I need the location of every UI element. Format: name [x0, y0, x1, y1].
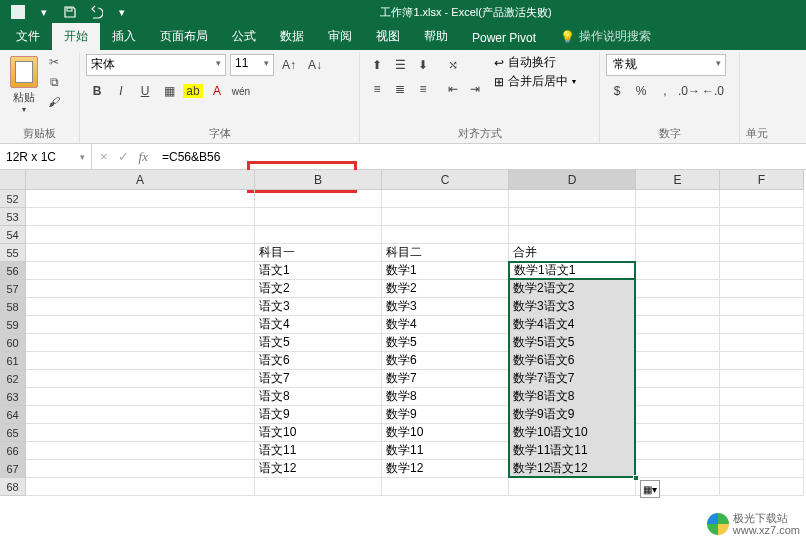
- cell[interactable]: [636, 280, 720, 298]
- tab-insert[interactable]: 插入: [100, 23, 148, 50]
- align-top-icon[interactable]: ⬆: [366, 54, 388, 76]
- cell[interactable]: [382, 208, 509, 226]
- cell[interactable]: 科目一: [255, 244, 382, 262]
- copy-icon[interactable]: ⧉: [46, 74, 62, 90]
- decrease-font-icon[interactable]: A↓: [304, 54, 326, 76]
- cell[interactable]: 数学3: [382, 298, 509, 316]
- cell[interactable]: 语文5: [255, 334, 382, 352]
- enter-formula-icon[interactable]: ✓: [118, 149, 129, 164]
- cell[interactable]: 数学1: [382, 262, 509, 280]
- cell[interactable]: [26, 370, 255, 388]
- cell[interactable]: 合并: [509, 244, 636, 262]
- cell[interactable]: [720, 352, 804, 370]
- cell[interactable]: [720, 388, 804, 406]
- cell[interactable]: [720, 442, 804, 460]
- cell[interactable]: [720, 478, 804, 496]
- cell[interactable]: [720, 460, 804, 478]
- row-header-56[interactable]: 56: [0, 262, 26, 280]
- autofill-options-button[interactable]: ▦▾: [640, 480, 660, 498]
- cell[interactable]: [720, 262, 804, 280]
- cell[interactable]: 数学4: [382, 316, 509, 334]
- row-header-59[interactable]: 59: [0, 316, 26, 334]
- cell[interactable]: [26, 478, 255, 496]
- cell[interactable]: [26, 460, 255, 478]
- name-box[interactable]: 12R x 1C: [0, 144, 92, 169]
- row-header-65[interactable]: 65: [0, 424, 26, 442]
- tab-page-layout[interactable]: 页面布局: [148, 23, 220, 50]
- cell[interactable]: [720, 424, 804, 442]
- cell[interactable]: [636, 370, 720, 388]
- row-header-52[interactable]: 52: [0, 190, 26, 208]
- cell[interactable]: 数学12语文12: [509, 460, 636, 478]
- row-header-54[interactable]: 54: [0, 226, 26, 244]
- cell[interactable]: [636, 334, 720, 352]
- fill-handle[interactable]: [633, 475, 639, 481]
- cell[interactable]: [720, 370, 804, 388]
- phonetic-button[interactable]: wén: [230, 80, 252, 102]
- cell[interactable]: 语文8: [255, 388, 382, 406]
- cell[interactable]: 语文7: [255, 370, 382, 388]
- increase-font-icon[interactable]: A↑: [278, 54, 300, 76]
- save-icon[interactable]: [62, 4, 78, 20]
- cell[interactable]: [26, 316, 255, 334]
- excel-app-icon[interactable]: [10, 4, 26, 20]
- align-middle-icon[interactable]: ☰: [389, 54, 411, 76]
- cell[interactable]: 数学4语文4: [509, 316, 636, 334]
- cell[interactable]: 数学6: [382, 352, 509, 370]
- tab-formulas[interactable]: 公式: [220, 23, 268, 50]
- undo-icon[interactable]: [88, 4, 104, 20]
- cell[interactable]: [636, 298, 720, 316]
- bold-button[interactable]: B: [86, 80, 108, 102]
- cell[interactable]: 语文10: [255, 424, 382, 442]
- fill-color-button[interactable]: ab: [182, 80, 204, 102]
- cell[interactable]: 数学11: [382, 442, 509, 460]
- cell[interactable]: [509, 226, 636, 244]
- cell[interactable]: [636, 244, 720, 262]
- cell[interactable]: [636, 406, 720, 424]
- increase-decimal-icon[interactable]: .0→: [678, 80, 700, 102]
- tab-powerpivot[interactable]: Power Pivot: [460, 26, 548, 50]
- cell[interactable]: [26, 334, 255, 352]
- cell-grid[interactable]: 科目一科目二合并语文1数学1数学1语文1语文2数学2数学2语文2语文3数学3数学…: [26, 190, 804, 496]
- cell[interactable]: 数学7语文7: [509, 370, 636, 388]
- row-header-68[interactable]: 68: [0, 478, 26, 496]
- cell[interactable]: [26, 244, 255, 262]
- col-header-d[interactable]: D: [509, 170, 636, 190]
- cell[interactable]: [509, 478, 636, 496]
- cell[interactable]: [720, 244, 804, 262]
- cell[interactable]: [26, 208, 255, 226]
- font-color-button[interactable]: A: [206, 80, 228, 102]
- cell[interactable]: [255, 190, 382, 208]
- decrease-decimal-icon[interactable]: ←.0: [702, 80, 724, 102]
- cell[interactable]: [636, 352, 720, 370]
- row-header-62[interactable]: 62: [0, 370, 26, 388]
- decrease-indent-icon[interactable]: ⇤: [442, 78, 464, 100]
- cell[interactable]: 语文3: [255, 298, 382, 316]
- cell[interactable]: 数学1语文1: [509, 262, 636, 280]
- cell[interactable]: [720, 316, 804, 334]
- cell[interactable]: [382, 226, 509, 244]
- comma-icon[interactable]: ,: [654, 80, 676, 102]
- cell[interactable]: [26, 280, 255, 298]
- cell[interactable]: 数学5语文5: [509, 334, 636, 352]
- cell[interactable]: [720, 334, 804, 352]
- tab-home[interactable]: 开始: [52, 23, 100, 50]
- cell[interactable]: 数学8语文8: [509, 388, 636, 406]
- cell[interactable]: 数学2: [382, 280, 509, 298]
- tab-help[interactable]: 帮助: [412, 23, 460, 50]
- cell[interactable]: [636, 226, 720, 244]
- cancel-formula-icon[interactable]: ×: [100, 149, 108, 164]
- cell[interactable]: [509, 208, 636, 226]
- cell[interactable]: [26, 424, 255, 442]
- cell[interactable]: [255, 208, 382, 226]
- align-center-icon[interactable]: ≣: [389, 78, 411, 100]
- cell[interactable]: 数学10: [382, 424, 509, 442]
- cell[interactable]: [636, 316, 720, 334]
- col-header-a[interactable]: A: [26, 170, 255, 190]
- chevron-down-icon[interactable]: ▾: [36, 4, 52, 20]
- cell[interactable]: [26, 442, 255, 460]
- orientation-icon[interactable]: ⤭: [442, 54, 464, 76]
- cell[interactable]: 数学11语文11: [509, 442, 636, 460]
- cell[interactable]: [720, 226, 804, 244]
- cell[interactable]: 语文12: [255, 460, 382, 478]
